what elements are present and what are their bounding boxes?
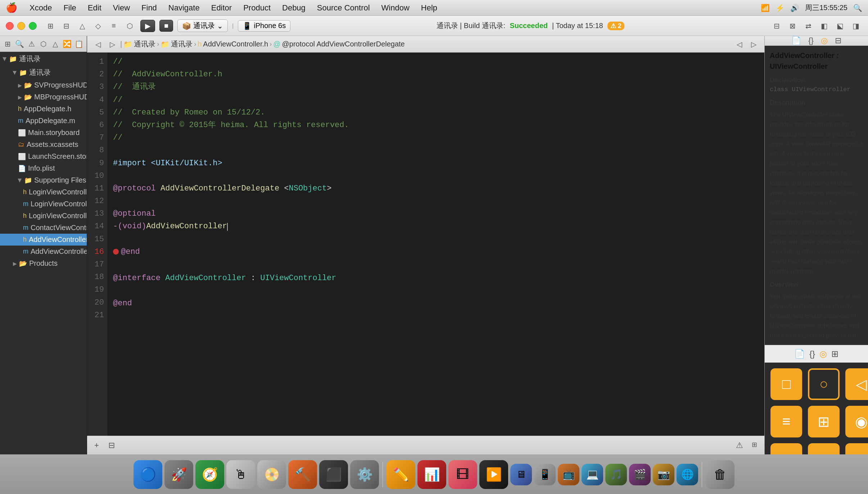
sidebar-item-group-tongxunlu[interactable]: ▶ 📁 通讯录 [0, 66, 87, 79]
sidebar-item-mbprogresshud[interactable]: ▶ 📂 MBProgressHUD [0, 91, 87, 103]
ui-lib-grid-btn[interactable]: ⊞ [808, 406, 840, 437]
ui-lib-item-3[interactable]: ◁ [845, 368, 868, 400]
dock-terminal[interactable]: ⬛ [319, 460, 348, 489]
sidebar-item-addvc-m[interactable]: m AddViewController.m [0, 246, 87, 257]
sidebar-file-icon[interactable]: ⊞ [3, 39, 13, 49]
sidebar-item-loginvc-h[interactable]: h LoginViewController.h [0, 186, 87, 198]
sidebar-item-appdelegate-h[interactable]: h AppDelegate.h [0, 103, 87, 115]
ui-lib-back-btn[interactable]: ◁ [845, 368, 868, 400]
dock-finder[interactable]: 🔵 [134, 460, 162, 489]
menu-xcode[interactable]: Xcode [27, 3, 54, 13]
ui-lib-item-5[interactable]: ⊞ [808, 406, 840, 437]
sidebar-debug-icon[interactable]: △ [50, 39, 60, 49]
menu-help[interactable]: Help [419, 3, 439, 13]
attributes-inspector-icon[interactable]: ⊟ [835, 36, 841, 45]
layout-version-icon[interactable]: ⇄ [802, 21, 815, 31]
maximize-button[interactable] [29, 22, 37, 30]
sidebar-item-root[interactable]: ▶ 📁 通讯录 [0, 52, 87, 66]
dock-player[interactable]: ▶️ [479, 460, 508, 489]
ui-lib-square2-btn[interactable]: □ [770, 443, 802, 454]
sidebar-scm-icon[interactable]: 🔀 [62, 39, 72, 49]
search-icon[interactable]: 🔍 [853, 4, 862, 12]
menu-source-control[interactable]: Source Control [315, 3, 372, 13]
code-editor[interactable]: // // AddViewController.h // 通讯录 // // C… [107, 53, 764, 436]
sidebar-item-loginvc-m[interactable]: m LoginViewController.m [0, 198, 87, 210]
sidebar-item-addvc-h[interactable]: h AddViewController.h [0, 234, 87, 246]
breadcrumb-symbol[interactable]: @ @protocol AddViewControllerDelegate [273, 40, 405, 48]
identity-inspector-icon[interactable]: ◎ [821, 36, 828, 45]
code-icon-btn[interactable]: {} [809, 349, 815, 359]
sidebar-item-assets[interactable]: 🗂 Assets.xcassets [0, 139, 87, 151]
ui-lib-item-2[interactable]: ○ [808, 368, 840, 400]
sidebar-test-icon[interactable]: ⬡ [39, 39, 48, 49]
menu-product[interactable]: Product [241, 3, 273, 13]
menu-editor[interactable]: Editor [209, 3, 234, 13]
ui-lib-item-9[interactable]: ◎ [845, 443, 868, 454]
scheme-selector[interactable]: 📦 通讯录 ⌄ [177, 19, 228, 32]
inspector-toggle[interactable]: ⊟ [60, 21, 73, 31]
ui-lib-square-btn[interactable]: □ [770, 368, 802, 400]
dock-dvd[interactable]: 📀 [257, 460, 286, 489]
dock-ppt[interactable]: 📊 [417, 460, 446, 489]
dock-extra-7[interactable]: 📷 [653, 464, 674, 485]
dock-system-prefs[interactable]: ⚙️ [350, 460, 379, 489]
sidebar-item-info-plist[interactable]: 📄 Info.plist [0, 162, 87, 174]
dock-extra-8[interactable]: 🌐 [677, 464, 698, 485]
grid-icon-btn[interactable]: ⊞ [831, 349, 838, 359]
menu-window[interactable]: Window [379, 3, 412, 13]
add-file-button[interactable]: + [91, 439, 102, 452]
file-icon-btn[interactable]: 📄 [794, 349, 805, 359]
sidebar-item-products[interactable]: ▶ 📂 Products [0, 257, 87, 269]
minimize-button[interactable] [17, 22, 25, 30]
navigator-toggle[interactable]: ⊞ [44, 21, 57, 31]
ui-lib-list-btn[interactable]: ≡ [770, 406, 802, 437]
run-button[interactable]: ▶ [140, 20, 155, 32]
panel-toggle-left[interactable]: ◧ [818, 21, 831, 31]
ui-lib-radio-btn[interactable]: ◉ [845, 406, 868, 437]
apple-menu[interactable]: 🍎 [6, 2, 17, 13]
hierarchy-icon[interactable]: ≡ [107, 21, 120, 31]
dock-extra-2[interactable]: 📱 [534, 464, 556, 485]
dock-pp[interactable]: 🎞 [448, 460, 477, 489]
menu-find[interactable]: Find [139, 3, 159, 13]
dock-extra-5[interactable]: 🎵 [605, 464, 627, 485]
sidebar-item-svprogresshud[interactable]: ▶ 📂 SVProgressHUD [0, 79, 87, 91]
breakpoint-icon[interactable]: ◇ [91, 21, 104, 31]
dock-extra-3[interactable]: 📺 [558, 464, 579, 485]
dock-mouse[interactable]: 🖱 [226, 460, 255, 489]
sidebar-item-appdelegate-m[interactable]: m AppDelegate.m [0, 115, 87, 127]
sidebar-item-contactvc-m[interactable]: m ContactViewController.m [0, 222, 87, 234]
breadcrumb-file[interactable]: h AddViewController.h [198, 40, 268, 48]
stop-button[interactable]: ■ [159, 20, 173, 32]
menu-edit[interactable]: Edit [86, 3, 104, 13]
nav-forward[interactable]: ▷ [106, 39, 119, 49]
menu-navigate[interactable]: Navigate [166, 3, 202, 13]
sidebar-item-main-storyboard[interactable]: ⬜ Main.storyboard [0, 127, 87, 139]
sidebar-log-icon[interactable]: 📋 [74, 39, 84, 49]
sidebar-item-launchscreen[interactable]: ⬜ LaunchScreen.storyboard [0, 151, 87, 162]
ui-lib-grid2-btn[interactable]: ⊞ [808, 443, 840, 454]
filter-button[interactable]: ⊟ [105, 439, 118, 452]
dock-extra-1[interactable]: 🖥 [510, 464, 532, 485]
ui-lib-item-1[interactable]: □ [770, 368, 802, 400]
dock-xcode[interactable]: 🔨 [288, 460, 317, 489]
menu-view[interactable]: View [111, 3, 132, 13]
dock-trash[interactable]: 🗑 [706, 460, 734, 489]
breadcrumb-forward-icon[interactable]: ▷ [747, 39, 760, 49]
sidebar-warning-icon[interactable]: ⚠ [27, 39, 36, 49]
dock-launchpad[interactable]: 🚀 [164, 460, 193, 489]
nav-back[interactable]: ◁ [91, 39, 104, 49]
ui-lib-target-btn[interactable]: ◎ [845, 443, 868, 454]
issues-button[interactable]: ⚠ [733, 439, 746, 452]
assistant-icon[interactable]: ⬡ [123, 21, 136, 31]
bookmark-icon-btn[interactable]: ◎ [819, 349, 827, 359]
ui-lib-item-8[interactable]: ⊞ [808, 443, 840, 454]
dock-extra-6[interactable]: 🎬 [629, 464, 651, 485]
ui-lib-item-7[interactable]: □ [770, 443, 802, 454]
debug-toggle[interactable]: △ [76, 21, 89, 31]
breadcrumb-root[interactable]: 📁 通讯录 [123, 39, 155, 49]
menu-file[interactable]: File [61, 3, 78, 13]
file-inspector-icon[interactable]: 📄 [791, 36, 801, 45]
dock-safari[interactable]: 🧭 [195, 460, 224, 489]
ui-lib-item-6[interactable]: ◉ [845, 406, 868, 437]
